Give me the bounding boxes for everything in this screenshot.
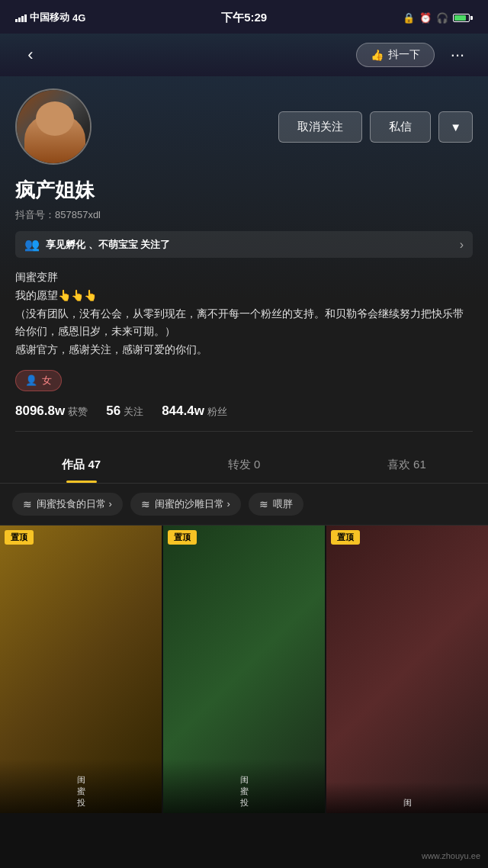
more-button[interactable]: ··· (442, 40, 473, 70)
avatar-image (17, 90, 92, 165)
carrier-label: 中国移动 (30, 11, 69, 24)
followers-stat[interactable]: 844.4w 粉丝 (162, 403, 227, 419)
profile-actions: 取消关注 私信 ▼ (107, 111, 473, 143)
status-time: 下午5:29 (221, 11, 267, 25)
following-num: 56 (106, 403, 120, 419)
likes-num: 8096.8w (15, 403, 65, 419)
gender-badge: 👤 女 (15, 370, 62, 391)
network-label: 4G (72, 12, 85, 24)
chevron-right-icon: › (460, 238, 464, 252)
playlist-item-2[interactable]: ≋ 闺蜜的沙雕日常 › (130, 493, 241, 516)
playlist-icon-3: ≋ (259, 498, 268, 510)
video-label-3: 闺 (326, 782, 488, 813)
followers-label: 粉丝 (207, 405, 227, 419)
tabs-row: 作品 47 转发 0 喜欢 61 (0, 447, 488, 484)
video-grid: 置顶 闺蜜投 置顶 闺蜜投 置顶 闺 (0, 526, 488, 813)
username: 疯产姐妹 (15, 177, 473, 204)
douyin-id: 抖音号：857857xdl (15, 208, 473, 222)
status-right: 🔒 ⏰ 🎧 (403, 12, 473, 24)
battery-icon (453, 14, 473, 22)
profile-top: 取消关注 私信 ▼ (15, 88, 473, 165)
back-button[interactable]: ‹ (15, 40, 46, 70)
watermark: www.zhouyu.ee (422, 851, 480, 860)
mutual-follows[interactable]: 👥 享见孵化 、不萌宝宝 关注了 › (15, 231, 473, 258)
stats-row: 8096.8w 获赞 56 关注 844.4w 粉丝 (15, 403, 473, 432)
video-thumb-2[interactable]: 置顶 闺蜜投 (163, 526, 325, 813)
pinned-badge-1: 置顶 (5, 530, 34, 545)
playlist-icon-1: ≋ (23, 498, 32, 510)
video-label-1: 闺蜜投 (0, 759, 162, 813)
signal-icon (15, 13, 27, 22)
playlist-row: ≋ 闺蜜投食的日常 › ≋ 闺蜜的沙雕日常 › ≋ 喂胖 (0, 484, 488, 526)
tab-reposts[interactable]: 转发 0 (162, 447, 325, 483)
video-thumb-3[interactable]: 置顶 闺 (326, 526, 488, 813)
bio-line1: 闺蜜变胖 (15, 268, 473, 287)
dropdown-button[interactable]: ▼ (438, 111, 473, 143)
tab-likes[interactable]: 喜欢 61 (326, 447, 488, 483)
playlist-label-2: 闺蜜的沙雕日常 › (155, 497, 230, 511)
playlist-item-3[interactable]: ≋ 喂胖 (249, 493, 303, 516)
header-center: 👍 抖一下 ··· (356, 40, 473, 70)
playlist-icon-2: ≋ (141, 498, 150, 510)
status-bar: 中国移动 4G 下午5:29 🔒 ⏰ 🎧 (0, 0, 488, 34)
pinned-badge-3: 置顶 (331, 530, 360, 545)
following-stat[interactable]: 56 关注 (106, 403, 143, 419)
mutual-text: 享见孵化 、不萌宝宝 关注了 (46, 238, 454, 252)
video-label-2: 闺蜜投 (163, 759, 325, 813)
dou-button[interactable]: 👍 抖一下 (356, 43, 435, 67)
bio-line2: 我的愿望👆👆👆 (15, 287, 473, 305)
gender-label: 女 (42, 374, 52, 387)
unfollow-button[interactable]: 取消关注 (278, 111, 362, 143)
video-thumb-1[interactable]: 置顶 闺蜜投 (0, 526, 162, 813)
avatar (15, 88, 92, 165)
following-label: 关注 (124, 405, 143, 419)
header: ‹ 👍 抖一下 ··· (0, 34, 488, 76)
dou-label: 抖一下 (388, 48, 420, 62)
playlist-label-3: 喂胖 (273, 497, 293, 511)
bio: 闺蜜变胖 我的愿望👆👆👆 （没有团队，没有公会，从零到现在，离不开每一个粉丝的支… (15, 268, 473, 359)
gender-icon: 👤 (25, 375, 37, 386)
followers-num: 844.4w (162, 403, 204, 419)
likes-stat[interactable]: 8096.8w 获赞 (15, 403, 88, 419)
status-left: 中国移动 4G (15, 11, 85, 24)
pinned-badge-2: 置顶 (168, 530, 197, 545)
message-button[interactable]: 私信 (370, 111, 431, 143)
bio-line4: 感谢官方，感谢关注，感谢可爱的你们。 (15, 341, 473, 359)
thumb-icon: 👍 (371, 49, 384, 61)
profile-section: 取消关注 私信 ▼ 疯产姐妹 抖音号：857857xdl 👥 享见孵化 、不萌宝… (0, 76, 488, 447)
playlist-label-1: 闺蜜投食的日常 › (37, 497, 112, 511)
alarm-icon: ⏰ (419, 12, 432, 24)
likes-label: 获赞 (68, 405, 88, 419)
lock-icon: 🔒 (403, 12, 415, 24)
people-icon: 👥 (24, 237, 40, 252)
tab-works[interactable]: 作品 47 (0, 447, 162, 483)
playlist-item-1[interactable]: ≋ 闺蜜投食的日常 › (12, 493, 123, 516)
headphone-icon: 🎧 (436, 12, 448, 24)
bio-line3: （没有团队，没有公会，从零到现在，离不开每一个粉丝的支持。和贝勒爷会继续努力把快… (15, 305, 473, 342)
